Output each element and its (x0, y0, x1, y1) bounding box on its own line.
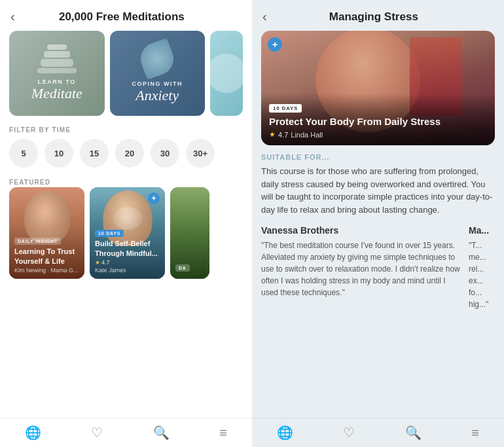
featured-section: FEATURED DAILY INSIGHT Learning To Trust… (0, 175, 252, 279)
banner-learn-small: LEARN TO (38, 79, 76, 85)
left-bottom-nav: 🌐 ♡ 🔍 ≡ (0, 418, 252, 447)
feat-card-belief[interactable]: + 10 DAYS Build Self-Belief Through Mind… (90, 187, 165, 279)
hero-title: Protect Your Body From Daily Stress (269, 116, 487, 128)
suitable-text: This course is for those who are sufferi… (261, 165, 495, 216)
review-card-2: Ma... "T... me... rel... ex... fo... hig… (469, 225, 495, 310)
review-card-1: Vanessa Brothers "The best meditation co… (261, 225, 461, 310)
reviewer-1-text: "The best meditation course I've found i… (261, 240, 461, 298)
left-header: ‹ 20,000 Free Meditations (0, 0, 252, 31)
hero-plus-badge: + (268, 37, 282, 52)
reviewer-2-text: "T... me... rel... ex... fo... hig..." (469, 240, 495, 310)
right-content: SUITABLE FOR... This course is for those… (252, 153, 504, 418)
feat-card2-plus: + (148, 192, 160, 204)
filter-row: 5 10 15 20 30 30+ (0, 139, 252, 175)
right-bottom-nav: 🌐 ♡ 🔍 ≡ (252, 418, 504, 447)
left-nav-search[interactable]: 🔍 (153, 425, 170, 440)
feat-card2-title: Build Self-Belief Through Mindful... (95, 239, 160, 258)
banner-row: LEARN TO Meditate COPING WITH Anxiety (0, 31, 252, 122)
featured-cards: DAILY INSIGHT Learning To Trust Yourself… (9, 187, 243, 279)
right-header: ‹ Managing Stress (252, 0, 504, 31)
left-nav-profile[interactable]: ≡ (219, 425, 227, 440)
feat-card3-badge: DA (175, 264, 190, 272)
feat-card2-star: ★ (95, 259, 100, 266)
right-nav-profile[interactable]: ≡ (471, 425, 479, 440)
feat-card1-subtitle: Kim Newing · Mama G... (14, 267, 79, 274)
reviewer-1-name: Vanessa Brothers (261, 225, 461, 236)
right-panel: ‹ Managing Stress + 10 DAYS Protect Your… (252, 0, 504, 447)
filter-30[interactable]: 30 (151, 139, 179, 168)
left-back-button[interactable]: ‹ (10, 9, 15, 24)
right-nav-explore[interactable]: 🌐 (277, 425, 293, 440)
left-panel: ‹ 20,000 Free Meditations LEARN TO Medit… (0, 0, 252, 447)
left-nav-explore[interactable]: 🌐 (25, 425, 41, 440)
hero-rating: 4.7 (278, 131, 288, 139)
banner-learn-large: Meditate (31, 85, 82, 102)
hero-overlay: 10 DAYS Protect Your Body From Daily Str… (261, 94, 495, 145)
filter-5[interactable]: 5 (9, 139, 38, 168)
banner-anxiety-large: Anxiety (135, 87, 179, 104)
feat-card-trust[interactable]: DAILY INSIGHT Learning To Trust Yourself… (9, 187, 84, 279)
hero-rating-row: ★ 4.7 Linda Hall (269, 130, 487, 139)
right-nav-search[interactable]: 🔍 (405, 425, 422, 440)
hero-star-icon: ★ (269, 130, 276, 139)
left-page-title: 20,000 Free Meditations (20, 10, 223, 24)
suitable-label: SUITABLE FOR... (261, 153, 495, 161)
left-nav-favorites[interactable]: ♡ (91, 425, 103, 440)
feat-card1-title: Learning To Trust Yourself & Life (14, 247, 79, 266)
feat-card-partial[interactable]: DA (170, 187, 209, 279)
filter-10[interactable]: 10 (45, 139, 73, 168)
right-page-title: Managing Stress (272, 10, 475, 24)
banner-third[interactable] (210, 31, 243, 116)
reviewer-2-name: Ma... (469, 225, 495, 236)
hero-card[interactable]: + 10 DAYS Protect Your Body From Daily S… (261, 31, 495, 145)
hero-author: Linda Hall (291, 131, 323, 139)
feat-card2-rating: 4.7 (101, 259, 110, 266)
review-section: Vanessa Brothers "The best meditation co… (261, 225, 495, 310)
filter-30plus[interactable]: 30+ (186, 139, 215, 168)
feat-card2-subtitle: Kate James (95, 267, 160, 274)
feat-card2-badge: 10 DAYS (95, 230, 124, 237)
feat-card1-badge: DAILY INSIGHT (14, 238, 61, 245)
filter-15[interactable]: 15 (80, 139, 109, 168)
filter-20[interactable]: 20 (115, 139, 144, 168)
banner-learn[interactable]: LEARN TO Meditate (9, 31, 105, 116)
filter-label: FILTER BY TIME (0, 122, 252, 139)
banner-anxiety-small: COPING WITH (132, 80, 183, 87)
right-nav-favorites[interactable]: ♡ (343, 425, 355, 440)
right-back-button[interactable]: ‹ (262, 9, 267, 24)
hero-days-badge: 10 DAYS (269, 104, 302, 113)
banner-anxiety[interactable]: COPING WITH Anxiety (110, 31, 206, 116)
